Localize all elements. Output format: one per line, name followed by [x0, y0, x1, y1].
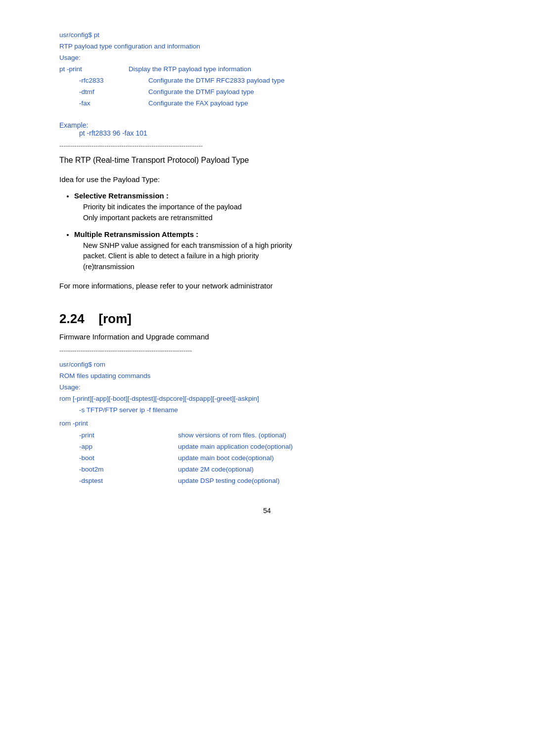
rom-section: 2.24 [rom] Firmware Information and Upgr…: [59, 311, 475, 487]
rom-prompt-desc: ROM files updating commands: [59, 371, 475, 382]
bullet-1-line2: Only important packets are retransmitted: [83, 213, 475, 224]
rom-print: rom -print: [59, 418, 475, 429]
rom-cmd-print-desc: show versions of rom files. (optional): [178, 430, 286, 441]
rom-divider: ----------------------------------------…: [59, 347, 475, 354]
pt-example-label: Example:: [59, 121, 475, 129]
rom-cmd-boot-spacer: [138, 453, 168, 464]
rom-usage-cmd2: -s TFTP/FTP server ip -f filename: [79, 405, 475, 416]
pt-cmd-print-desc: Display the RTP payload type information: [129, 64, 251, 75]
pt-example-cmd: pt -rft2833 96 -fax 101: [79, 129, 475, 137]
rom-section-num: 2.24: [59, 311, 85, 326]
pt-cmd-dtmf: -dtmf Configurate the DTMF payload type: [79, 87, 475, 98]
pt-cmd-fax-desc: Configurate the FAX payload type: [148, 98, 248, 109]
rom-cmd-dsptest: -dsptest update DSP testing code(optiona…: [79, 475, 475, 487]
rom-cmd-boot2m-label: -boot2m: [79, 464, 129, 475]
bullet-2-line1: New SNHP value assigned for each transmi…: [83, 240, 475, 251]
pt-usage-label: Usage:: [59, 52, 475, 64]
rom-code-block: usr/config$ rom ROM files updating comma…: [59, 359, 475, 487]
rom-cmd-app: -app update main application code(option…: [79, 441, 475, 453]
page-number: 54: [59, 507, 475, 515]
pt-cmd-fax-label: -fax: [79, 98, 138, 109]
rom-usage-label: Usage:: [59, 382, 475, 393]
rom-cmd-boot2m-desc: update 2M code(optional): [178, 464, 254, 475]
pt-section: usr/config$ pt RTP payload type configur…: [59, 30, 475, 291]
pt-cmd-dtmf-desc: Configurate the DTMF payload type: [148, 87, 254, 98]
rom-cmd-app-desc: update main application code(optional): [178, 441, 293, 453]
pt-divider: ----------------------------------------…: [59, 142, 475, 149]
bullet-1-bold: Selective Retransmission :: [74, 191, 169, 200]
pt-cmd-print: pt -print Display the RTP payload type i…: [59, 64, 475, 75]
rom-cmd-print-label: -print: [79, 430, 129, 441]
rom-heading: 2.24 [rom]: [59, 311, 475, 327]
pt-heading: The RTP (Real-time Transport Protocol) P…: [59, 154, 475, 166]
pt-example-block: Example: pt -rft2833 96 -fax 101: [59, 121, 475, 137]
bullet-item-1: Selective Retransmission : Priority bit …: [74, 190, 475, 224]
rom-cmd-print-spacer: [138, 430, 168, 441]
rom-cmd-boot: -boot update main boot code(optional): [79, 453, 475, 464]
bullet-2-bold: Multiple Retransmission Attempts :: [74, 230, 198, 238]
bullet-2-line2: packet. Client is able to detect a failu…: [83, 251, 475, 262]
pt-idea-text: Idea for use the Payload Type:: [59, 174, 475, 186]
pt-cmd-print-label: pt -print: [59, 64, 119, 75]
bullet-item-2: Multiple Retransmission Attempts : New S…: [74, 229, 475, 273]
pt-bullets: Selective Retransmission : Priority bit …: [74, 190, 475, 273]
rom-cmd-boot2m: -boot2m update 2M code(optional): [79, 464, 475, 475]
rom-cmd-boot-desc: update main boot code(optional): [178, 453, 274, 464]
rom-cmd-dsptest-desc: update DSP testing code(optional): [178, 475, 279, 487]
rom-cmd-dsptest-label: -dsptest: [79, 475, 129, 487]
pt-cmd-rfc2833: -rfc2833 Configurate the DTMF RFC2833 pa…: [79, 75, 475, 87]
pt-cmd-fax: -fax Configurate the FAX payload type: [79, 98, 475, 109]
rom-section-title: [rom]: [99, 311, 132, 326]
rom-usage-cmd: rom [-print][-app][-boot][-dsptest][-dsp…: [59, 393, 475, 405]
bullet-1-line1: Priority bit indicates the importance of…: [83, 202, 475, 213]
rom-cmd-print: -print show versions of rom files. (opti…: [79, 430, 475, 441]
pt-cmd-rfc2833-label: -rfc2833: [79, 75, 138, 87]
pt-cmd-dtmf-label: -dtmf: [79, 87, 138, 98]
pt-footer: For more informations, please refer to y…: [59, 281, 475, 292]
rom-subtitle: Firmware Information and Upgrade command: [59, 331, 475, 343]
bullet-2-line3: (re)transmission: [83, 262, 475, 273]
rom-cmd-app-label: -app: [79, 441, 129, 453]
rom-cmd-app-spacer: [138, 441, 168, 453]
pt-code-block: usr/config$ pt RTP payload type configur…: [59, 30, 475, 109]
rom-cmd-dsptest-spacer: [138, 475, 168, 487]
rom-cmd-boot-label: -boot: [79, 453, 129, 464]
rom-prompt: usr/config$ rom: [59, 359, 475, 371]
pt-cmd-rfc2833-desc: Configurate the DTMF RFC2833 payload typ…: [148, 75, 284, 87]
pt-prompt: usr/config$ pt: [59, 30, 475, 41]
rom-cmd-boot2m-spacer: [138, 464, 168, 475]
pt-description: RTP payload type configuration and infor…: [59, 41, 475, 52]
